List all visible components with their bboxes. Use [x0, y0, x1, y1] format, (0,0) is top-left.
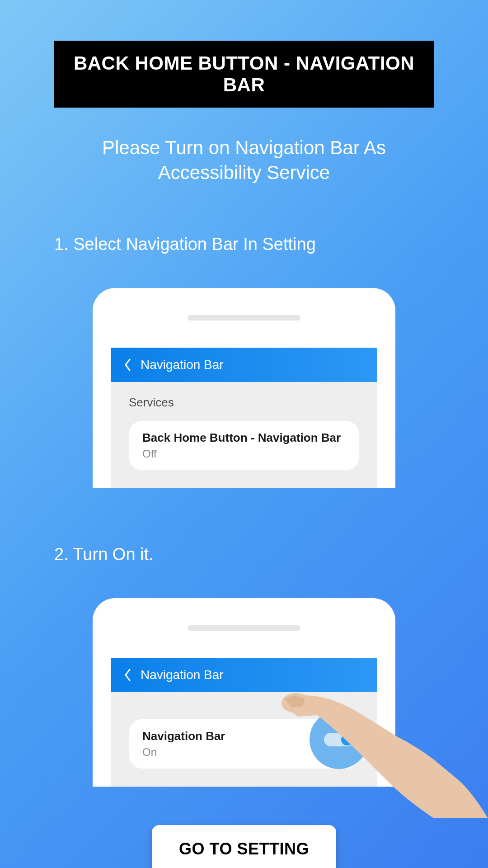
toggle-switch [324, 733, 354, 746]
service-text: Back Home Button - Navigation Bar Off [142, 431, 341, 460]
service-status: On [142, 746, 225, 759]
phone-mockup-step-1: Navigation Bar Services Back Home Button… [93, 288, 395, 488]
service-name: Navigation Bar [142, 729, 225, 743]
settings-nav-header: Navigation Bar [111, 348, 377, 382]
service-row: Back Home Button - Navigation Bar Off [129, 421, 359, 470]
nav-header-title: Navigation Bar [141, 668, 224, 682]
step-2-label: 2. Turn On it. [54, 545, 488, 564]
service-text: Navigation Bar On [142, 729, 225, 759]
phone-speaker-icon [188, 315, 300, 321]
services-section: Navigation Bar On [111, 692, 377, 787]
service-status: Off [142, 448, 341, 460]
services-section: Services Back Home Button - Navigation B… [111, 382, 377, 488]
go-to-setting-button[interactable]: GO TO SETTING [152, 825, 336, 868]
phone-speaker-icon [188, 625, 300, 631]
instruction-text: Please Turn on Navigation Bar As Accessi… [54, 136, 434, 185]
service-row: Navigation Bar On [129, 719, 359, 769]
services-label: Services [129, 396, 359, 410]
toggle-highlight-circle [310, 710, 368, 769]
chevron-back-icon [124, 359, 131, 371]
service-name: Back Home Button - Navigation Bar [142, 431, 341, 445]
step-1-label: 1. Select Navigation Bar In Setting [54, 235, 488, 254]
go-button-label: GO TO SETTING [179, 840, 309, 858]
nav-header-title: Navigation Bar [141, 358, 224, 372]
title-banner: BACK HOME BUTTON - NAVIGATION BAR [54, 41, 434, 108]
phone-mockup-step-2: Navigation Bar Navigation Bar On [93, 598, 395, 787]
title-text: BACK HOME BUTTON - NAVIGATION BAR [74, 52, 414, 95]
settings-nav-header: Navigation Bar [111, 658, 377, 692]
chevron-back-icon [124, 669, 131, 681]
toggle-knob-icon [341, 734, 353, 745]
